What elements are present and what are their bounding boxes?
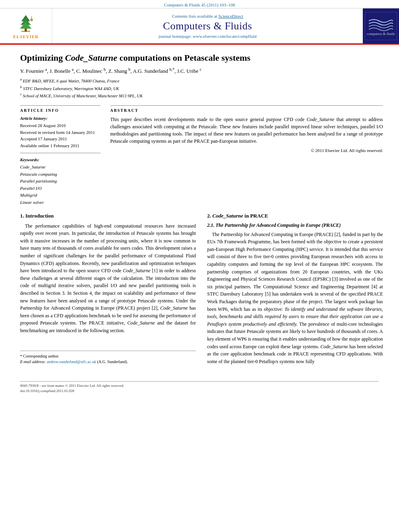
section2-subheading: 2.1. The Partnership for Advanced Comput… bbox=[207, 222, 383, 228]
body-right-column: 2. Code_Saturne in PRACE 2.1. The Partne… bbox=[207, 213, 383, 369]
divider bbox=[20, 153, 101, 153]
homepage-url[interactable]: www.elsevier.com/locate/compfluid bbox=[193, 34, 257, 39]
cf-logo-box: computers & fluids bbox=[365, 12, 397, 40]
elsevier-logo-area: ELSEVIER bbox=[0, 8, 52, 43]
title-plain: Optimizing bbox=[20, 53, 65, 63]
affiliation-a: a EDF R&D, MFEE, 6 quai Watier, 78400 Ch… bbox=[20, 77, 383, 84]
journal-header: ELSEVIER Contents lists available at Sci… bbox=[0, 8, 399, 45]
sciencedirect-label: Contents lists available at ScienceDirec… bbox=[172, 14, 243, 18]
cf-logo-image: computers & fluids bbox=[367, 15, 395, 37]
footer-area: 0045-7930/$ - see front matter © 2011 El… bbox=[0, 381, 399, 393]
abstract-title: ABSTRACT bbox=[110, 108, 383, 113]
elsevier-logo: ELSEVIER bbox=[13, 13, 39, 39]
footer-doi: doi:10.1016/j.compfluid.2011.01.028 bbox=[20, 388, 379, 394]
footnote-area: * Corresponding author. E-mail address: … bbox=[20, 351, 196, 365]
sciencedirect-link-text[interactable]: ScienceDirect bbox=[218, 14, 243, 18]
svg-marker-4 bbox=[20, 22, 32, 28]
affiliations: a EDF R&D, MFEE, 6 quai Watier, 78400 Ch… bbox=[20, 77, 383, 99]
journal-title: Computers & Fluids bbox=[163, 20, 252, 32]
article-info-column: ARTICLE INFO Article history: Received 2… bbox=[20, 105, 101, 206]
keyword-6: Linear solver bbox=[20, 199, 101, 206]
journal-homepage: journal homepage: www.elsevier.com/locat… bbox=[158, 34, 257, 39]
cf-logo-area: computers & fluids bbox=[363, 8, 399, 43]
abstract-box: ABSTRACT This paper describes recent dev… bbox=[110, 105, 383, 153]
svg-point-5 bbox=[31, 18, 33, 21]
article-title: Optimizing Code_Saturne computations on … bbox=[20, 53, 383, 63]
info-abstract-section: ARTICLE INFO Article history: Received 2… bbox=[20, 105, 383, 206]
citation-text: Computers & Fluids 45 (2011) 103–108 bbox=[164, 2, 235, 7]
abstract-column: ABSTRACT This paper describes recent dev… bbox=[110, 105, 383, 206]
keywords-label: Keywords: bbox=[20, 157, 101, 162]
keyword-1: Code_Saturne bbox=[20, 164, 101, 171]
elsevier-tree-icon bbox=[14, 13, 38, 33]
footnote-star-label: * Corresponding author. bbox=[20, 353, 196, 359]
authors-line: Y. Fournier a, J. Bonelle a, C. Moulinec… bbox=[20, 67, 383, 74]
footnote-email: E-mail address: andrew.sunderland@stfc.a… bbox=[20, 359, 196, 365]
article-content: Optimizing Code_Saturne computations on … bbox=[0, 45, 399, 376]
body-section: 1. Introduction The performance capabili… bbox=[20, 213, 383, 369]
section2-heading: 2. Code_Saturne in PRACE bbox=[207, 213, 383, 219]
title-code: Code_Saturne bbox=[65, 53, 117, 63]
revised-date: Received in revised form 14 January 2011 bbox=[20, 129, 101, 136]
keyword-4: Parallel I/O bbox=[20, 185, 101, 192]
received-date: Received 28 August 2010 bbox=[20, 122, 101, 129]
copyright-text: © 2011 Elsevier Ltd. All rights reserved… bbox=[110, 148, 383, 153]
keyword-5: Multigrid bbox=[20, 192, 101, 199]
citation-bar: Computers & Fluids 45 (2011) 103–108 bbox=[0, 0, 399, 8]
article-history-label: Article history: bbox=[20, 116, 101, 121]
section1-para1: The performance capabilities of high-end… bbox=[20, 222, 196, 335]
footer-divider bbox=[20, 381, 379, 382]
abstract-text: This paper describes recent developments… bbox=[110, 116, 383, 145]
affiliation-b: b STFC Daresbury Laboratory, Warrington … bbox=[20, 84, 383, 92]
journal-center-info: Contents lists available at ScienceDirec… bbox=[52, 8, 363, 43]
keyword-3: Parallel partitioning bbox=[20, 178, 101, 185]
article-info-title: ARTICLE INFO bbox=[20, 108, 101, 113]
section1-heading: 1. Introduction bbox=[20, 213, 196, 219]
keyword-2: Petascale computing bbox=[20, 171, 101, 178]
elsevier-brand-text: ELSEVIER bbox=[13, 34, 39, 39]
section2-para1: The Partnership for Advanced Computing i… bbox=[207, 231, 383, 366]
affiliation-c: c School of MACE, University of Manchest… bbox=[20, 92, 383, 99]
email-link[interactable]: andrew.sunderland@stfc.ac.uk bbox=[47, 359, 96, 364]
body-left-column: 1. Introduction The performance capabili… bbox=[20, 213, 196, 369]
title-suffix: computations on Petascale systems bbox=[117, 53, 250, 63]
svg-text:computers & fluids: computers & fluids bbox=[367, 32, 395, 36]
article-info-box: ARTICLE INFO Article history: Received 2… bbox=[20, 105, 101, 206]
footer-issn: 0045-7930/$ - see front matter © 2011 El… bbox=[20, 383, 379, 388]
available-date: Available online 1 February 2011 bbox=[20, 142, 101, 149]
accepted-date: Accepted 17 January 2011 bbox=[20, 136, 101, 142]
